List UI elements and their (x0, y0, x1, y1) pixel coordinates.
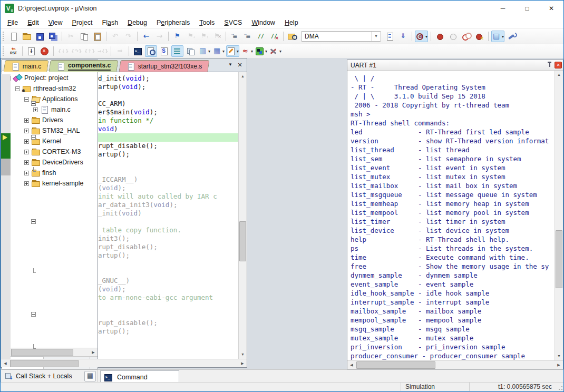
fold-collapse-icon[interactable] (31, 135, 36, 140)
editor-tab-components-c[interactable]: components.c (49, 60, 119, 72)
enable-breakpoint-button[interactable] (447, 31, 459, 42)
code-line-151[interactable]: 151/* re-define main function */ (1, 116, 238, 125)
window-layout-button[interactable]: ▾ (491, 31, 504, 42)
fold-collapse-icon[interactable] (31, 219, 36, 224)
tree-item-kernel-sample[interactable]: kernel-sample (2, 178, 98, 189)
memory-windows-button[interactable]: ▾ (212, 45, 225, 57)
scroll-right-icon[interactable]: ▶ (555, 361, 563, 369)
uart-hscrollbar[interactable]: ◀ ▶ (347, 360, 563, 369)
code-line-154[interactable]: 154 rt_hw_interrupt_disable(); (1, 142, 238, 150)
find-combo[interactable]: DMA▾ (301, 31, 381, 42)
undo-button[interactable] (109, 31, 121, 42)
comment-button[interactable] (255, 31, 267, 42)
code-line-158[interactable]: 158#elif defined(__ICCARM__) (1, 175, 238, 184)
scroll-left-icon[interactable]: ◀ (1, 359, 9, 367)
save-all-button[interactable] (47, 31, 59, 42)
prev-bookmark-button[interactable] (198, 31, 210, 42)
tree-item-finsh[interactable]: finsh (2, 168, 98, 178)
uart-vscrollbar[interactable]: ▲ ▼ (555, 71, 563, 360)
find-dialog-button[interactable]: ▾ (415, 31, 428, 42)
uncomment-button[interactable] (268, 31, 280, 42)
save-button[interactable] (34, 31, 46, 42)
tree-item-applications[interactable]: Applications (2, 94, 98, 104)
symbols-window-button[interactable] (184, 45, 197, 57)
expand-icon[interactable] (24, 139, 29, 144)
cut-button[interactable] (65, 31, 77, 42)
next-bookmark-button[interactable] (184, 31, 197, 42)
stop-button[interactable] (38, 45, 51, 57)
scroll-right-icon[interactable]: ▶ (238, 359, 247, 367)
code-line-168[interactable]: 168 return 0; (1, 260, 238, 268)
scroll-down-icon[interactable]: ▼ (555, 352, 563, 360)
menu-peripherals[interactable]: Peripherals (152, 17, 195, 28)
code-editor[interactable]: 146void rt_hw_board_init(void);147int rt… (1, 72, 238, 359)
code-line-161[interactable]: 161extern void __iar_data_init3(void); (1, 201, 238, 209)
close-button[interactable]: ✕ (539, 1, 563, 16)
tree-item-drivers[interactable]: Drivers (2, 115, 98, 125)
toolbox-button[interactable]: ▾ (269, 45, 282, 57)
menu-view[interactable]: View (44, 17, 67, 28)
fold-collapse-icon[interactable] (31, 101, 36, 106)
find-combo-dropdown-icon[interactable]: ▾ (371, 32, 381, 41)
tree-item-stm32-hal[interactable]: STM32_HAL (2, 125, 98, 136)
code-line-157[interactable]: 157} (1, 167, 238, 175)
resize-grip[interactable] (556, 383, 563, 391)
menu-tools[interactable]: Tools (195, 17, 219, 28)
open-file-button[interactable] (21, 31, 33, 42)
code-line-162[interactable]: 162int __low_level_init(void) (1, 209, 238, 218)
menu-debug[interactable]: Debug (123, 17, 152, 28)
scroll-down-icon[interactable]: ▼ (239, 350, 247, 359)
pin-icon[interactable] (544, 61, 553, 70)
code-line-152[interactable]: 152int $Sub$$main(void) (1, 125, 238, 133)
kill-all-breakpoints-button[interactable] (473, 31, 485, 42)
editor-tab-main-c[interactable]: main.c (3, 60, 48, 72)
navigate-forward-button[interactable] (153, 31, 166, 42)
code-line-159[interactable]: 159extern int main(void); (1, 184, 238, 192)
command-window-button[interactable] (132, 45, 144, 57)
find-combo-value[interactable]: DMA (302, 33, 371, 40)
editor-hscrollbar[interactable]: ◀ ▶ (1, 359, 247, 367)
find-in-files-button[interactable] (286, 31, 298, 42)
toggle-bookmark-button[interactable] (171, 31, 183, 42)
menu-help[interactable]: Help (280, 17, 303, 28)
dropdown-caret-icon[interactable]: ▾ (208, 49, 210, 54)
incremental-find-button[interactable] (397, 31, 409, 42)
scroll-up-icon[interactable]: ▲ (239, 72, 247, 81)
step-into-button[interactable] (56, 45, 69, 57)
maximize-button[interactable]: □ (515, 1, 539, 16)
menu-window[interactable]: Window (247, 17, 279, 28)
code-line-174[interactable]: 174{ (1, 310, 238, 319)
dropdown-caret-icon[interactable]: ▾ (279, 49, 281, 54)
tree-item-devicedrivers[interactable]: DeviceDrivers (2, 157, 98, 168)
code-line-164[interactable]: 164 // call IAR table copy function. (1, 226, 238, 234)
scroll-thumb[interactable] (239, 221, 246, 261)
unindent-button[interactable] (242, 31, 254, 42)
serial-window-button[interactable] (158, 45, 170, 57)
code-line-160[interactable]: 160/* __low_level_init will auto called … (1, 192, 238, 201)
minimize-button[interactable]: ─ (491, 1, 515, 16)
code-line-167[interactable]: 167 rtthread_startup(); (1, 251, 238, 260)
tree-item-rtthread-stm32[interactable]: rtthread-stm32 (2, 83, 98, 94)
expand-icon[interactable] (24, 160, 29, 165)
code-line-147[interactable]: 147int rtthread_startup(void); (1, 83, 238, 91)
code-line-153[interactable]: 153{ (1, 133, 238, 142)
insert-breakpoint-button[interactable] (434, 31, 446, 42)
expand-icon[interactable] (24, 181, 29, 186)
step-over-button[interactable] (70, 45, 82, 57)
menu-project[interactable]: Project (67, 17, 98, 28)
fold-collapse-icon[interactable] (31, 312, 36, 317)
code-line-173[interactable]: 173int entry(void) (1, 302, 238, 310)
memory-window-button[interactable] (171, 45, 183, 57)
code-line-169[interactable]: 169} (1, 268, 238, 277)
code-line-146[interactable]: 146void rt_hw_board_init(void); (1, 74, 238, 83)
uart-panel-close-icon[interactable] (555, 62, 562, 68)
code-line-171[interactable]: 171extern int main(void); (1, 285, 238, 293)
code-line-156[interactable]: 156 return 0; (1, 159, 238, 167)
code-line-155[interactable]: 155 rtthread_startup(); (1, 150, 238, 159)
scroll-thumb[interactable] (356, 361, 435, 369)
code-line-179[interactable]: 179#endif (1, 352, 238, 359)
copy-button[interactable] (78, 31, 90, 42)
dropdown-caret-icon[interactable]: ▾ (265, 49, 267, 54)
code-line-176[interactable]: 176 rtthread_startup(); (1, 327, 238, 336)
dropdown-caret-icon[interactable]: ▾ (251, 49, 253, 54)
